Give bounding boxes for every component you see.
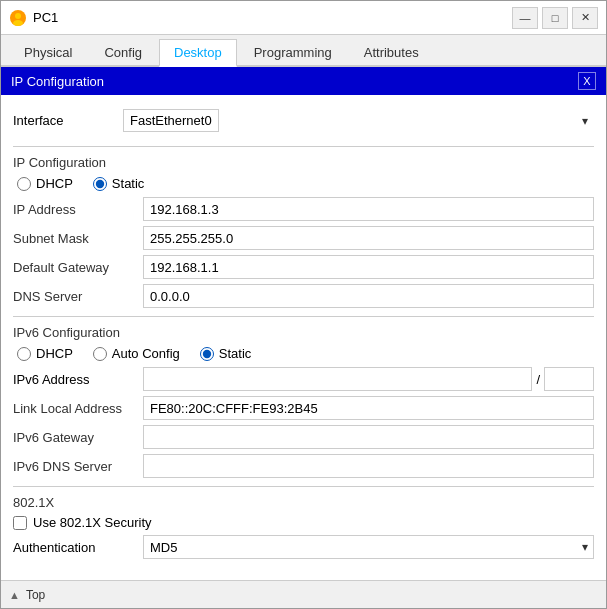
ipv6-auto-label: Auto Config: [112, 346, 180, 361]
window-title: PC1: [33, 10, 512, 25]
use-security-checkbox[interactable]: [13, 516, 27, 530]
tab-programming[interactable]: Programming: [239, 39, 347, 65]
tab-config[interactable]: Config: [89, 39, 157, 65]
window-controls: — □ ✕: [512, 7, 598, 29]
link-local-label: Link Local Address: [13, 401, 143, 416]
ipv6-dns-input[interactable]: [143, 454, 594, 478]
ipv6-section-title: IPv6 Configuration: [13, 325, 594, 340]
subnet-mask-input[interactable]: [143, 226, 594, 250]
ipv6-auto-radio[interactable]: [93, 347, 107, 361]
interface-select[interactable]: FastEthernet0: [123, 109, 219, 132]
dns-server-row: DNS Server: [13, 284, 594, 308]
ipv6-dhcp-label: DHCP: [36, 346, 73, 361]
tab-bar: Physical Config Desktop Programming Attr…: [1, 35, 606, 67]
link-local-row: Link Local Address: [13, 396, 594, 420]
section-header: IP Configuration X: [1, 67, 606, 95]
default-gateway-input[interactable]: [143, 255, 594, 279]
divider-1: [13, 146, 594, 147]
ip-address-input[interactable]: [143, 197, 594, 221]
default-gateway-label: Default Gateway: [13, 260, 143, 275]
interface-row: Interface FastEthernet0: [13, 103, 594, 138]
static-radio[interactable]: [93, 177, 107, 191]
ipv6-static-radio-item[interactable]: Static: [200, 346, 252, 361]
maximize-button[interactable]: □: [542, 7, 568, 29]
title-bar: PC1 — □ ✕: [1, 1, 606, 35]
dhcp-label: DHCP: [36, 176, 73, 191]
ipv6-gateway-input[interactable]: [143, 425, 594, 449]
top-label: Top: [26, 588, 45, 602]
form-area: Interface FastEthernet0 IP Configuration…: [1, 95, 606, 572]
dns-server-label: DNS Server: [13, 289, 143, 304]
ipv6-gateway-row: IPv6 Gateway: [13, 425, 594, 449]
subnet-mask-row: Subnet Mask: [13, 226, 594, 250]
dhcp-radio-item[interactable]: DHCP: [17, 176, 73, 191]
tab-desktop[interactable]: Desktop: [159, 39, 237, 67]
default-gateway-row: Default Gateway: [13, 255, 594, 279]
ipv6-dns-label: IPv6 DNS Server: [13, 459, 143, 474]
auth-select[interactable]: MD5: [143, 535, 594, 559]
ipv6-address-row: IPv6 Address /: [13, 367, 594, 391]
bottom-bar: ▲ Top: [1, 580, 606, 608]
section-close-button[interactable]: X: [578, 72, 596, 90]
ipv6-address-input[interactable]: [143, 367, 532, 391]
interface-label: Interface: [13, 113, 123, 128]
use-security-label: Use 802.1X Security: [33, 515, 152, 530]
ipv6-radio-row: DHCP Auto Config Static: [13, 346, 594, 361]
ipv6-dhcp-radio[interactable]: [17, 347, 31, 361]
ipv6-prefix-input[interactable]: [544, 367, 594, 391]
ipv6-dhcp-radio-item[interactable]: DHCP: [17, 346, 73, 361]
ipv6-slash: /: [536, 372, 540, 387]
section-title: IP Configuration: [11, 74, 104, 89]
ipv6-gateway-label: IPv6 Gateway: [13, 430, 143, 445]
dhcp-radio[interactable]: [17, 177, 31, 191]
ipv6-dns-row: IPv6 DNS Server: [13, 454, 594, 478]
dns-server-input[interactable]: [143, 284, 594, 308]
auth-select-wrapper: MD5: [143, 535, 594, 559]
subnet-mask-label: Subnet Mask: [13, 231, 143, 246]
svg-point-1: [15, 13, 21, 19]
static-label: Static: [112, 176, 145, 191]
ipv6-static-radio[interactable]: [200, 347, 214, 361]
panel: IP Configuration X Interface FastEtherne…: [1, 67, 606, 580]
interface-select-wrapper: FastEthernet0: [123, 109, 594, 132]
divider-3: [13, 486, 594, 487]
svg-point-2: [13, 20, 23, 26]
auth-label: Authentication: [13, 540, 143, 555]
main-window: PC1 — □ ✕ Physical Config Desktop Progra…: [0, 0, 607, 609]
static-radio-item[interactable]: Static: [93, 176, 145, 191]
ipv4-section-title: IP Configuration: [13, 155, 594, 170]
ipv6-static-label: Static: [219, 346, 252, 361]
ipv6-address-label: IPv6 Address: [13, 372, 143, 387]
auth-row: Authentication MD5: [13, 535, 594, 559]
top-icon: ▲: [9, 589, 20, 601]
ip-address-label: IP Address: [13, 202, 143, 217]
content-area: IP Configuration X Interface FastEtherne…: [1, 67, 606, 580]
dot1x-title: 802.1X: [13, 495, 594, 510]
close-button[interactable]: ✕: [572, 7, 598, 29]
window-icon: [9, 9, 27, 27]
ipv6-auto-radio-item[interactable]: Auto Config: [93, 346, 180, 361]
minimize-button[interactable]: —: [512, 7, 538, 29]
ipv4-radio-row: DHCP Static: [13, 176, 594, 191]
tab-attributes[interactable]: Attributes: [349, 39, 434, 65]
use-security-row: Use 802.1X Security: [13, 515, 594, 530]
ip-address-row: IP Address: [13, 197, 594, 221]
link-local-input[interactable]: [143, 396, 594, 420]
tab-physical[interactable]: Physical: [9, 39, 87, 65]
divider-2: [13, 316, 594, 317]
